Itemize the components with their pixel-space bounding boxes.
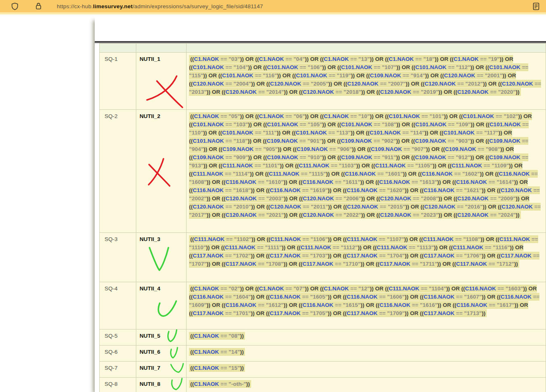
variable-token[interactable]: C101.NAOK	[267, 121, 298, 128]
variable-token[interactable]: C111.NAOK	[499, 236, 530, 242]
variable-token[interactable]: C111.NAOK	[389, 285, 419, 292]
variable-token[interactable]: C116.NAOK	[345, 171, 376, 177]
variable-token[interactable]: C120.NAOK	[501, 187, 532, 193]
variable-token[interactable]: C120.NAOK	[303, 212, 334, 218]
variable-token[interactable]: C1.NAOK	[194, 56, 219, 62]
variable-token[interactable]: C101.NAOK	[341, 121, 372, 128]
variable-token[interactable]: C101.NAOK	[443, 130, 475, 136]
variable-token[interactable]: C109.NAOK	[266, 138, 298, 144]
variable-token[interactable]: C116.NAOK	[424, 294, 455, 300]
variable-token[interactable]: C101.NAOK	[267, 64, 298, 70]
variable-token[interactable]: C120.NAOK	[444, 72, 475, 79]
variable-token[interactable]: C117.NAOK	[424, 253, 455, 259]
variable-token[interactable]: C101.NAOK	[490, 121, 521, 128]
variable-token[interactable]: C116.NAOK	[270, 187, 301, 193]
variable-token[interactable]: C111.NAOK	[225, 244, 255, 251]
variable-token[interactable]: C116.NAOK	[499, 171, 530, 177]
variable-token[interactable]: C111.NAOK	[423, 236, 453, 242]
variable-token[interactable]: C116.NAOK	[501, 294, 532, 300]
variable-token[interactable]: C111.NAOK	[375, 162, 406, 169]
variable-token[interactable]: C116.NAOK	[303, 179, 334, 185]
variable-token[interactable]: C117.NAOK	[226, 261, 257, 267]
variable-token[interactable]: C1.NAOK	[194, 333, 219, 339]
variable-token[interactable]: C117.NAOK	[193, 310, 224, 316]
variable-token[interactable]: C111.NAOK	[193, 171, 223, 177]
variable-token[interactable]: C1.NAOK	[194, 365, 219, 371]
variable-token[interactable]: C109.NAOK	[222, 146, 254, 152]
variable-token[interactable]: C111.NAOK	[194, 236, 224, 242]
variable-token[interactable]: C117.NAOK	[501, 253, 532, 259]
variable-token[interactable]: C120.NAOK	[270, 81, 301, 87]
variable-token[interactable]: C101.NAOK	[296, 72, 327, 79]
variable-token[interactable]: C109.NAOK	[489, 154, 520, 160]
variable-token[interactable]: C120.NAOK	[380, 89, 411, 95]
variable-token[interactable]: C120.NAOK	[347, 81, 378, 87]
variable-token[interactable]: C120.NAOK	[380, 212, 411, 218]
variable-token[interactable]: C117.NAOK	[303, 261, 334, 267]
variable-token[interactable]: C1.NAOK	[194, 349, 219, 355]
variable-token[interactable]: C116.NAOK	[303, 302, 334, 308]
variable-token[interactable]: C116.NAOK	[347, 187, 378, 193]
variable-token[interactable]: C120.NAOK	[502, 204, 533, 210]
variable-token[interactable]: C116.NAOK	[193, 294, 224, 300]
variable-token[interactable]: C120.NAOK	[457, 212, 489, 218]
variable-token[interactable]: C116.NAOK	[465, 285, 496, 292]
variable-token[interactable]: C109.NAOK	[371, 146, 402, 152]
variable-token[interactable]: C101.NAOK	[193, 64, 224, 70]
variable-token[interactable]: C116.NAOK	[456, 302, 487, 308]
variable-token[interactable]: C1.NAOK	[259, 113, 284, 119]
variable-token[interactable]: C117.NAOK	[347, 253, 378, 259]
variable-token[interactable]: C101.NAOK	[389, 113, 420, 119]
variable-token[interactable]: C116.NAOK	[226, 302, 257, 308]
variable-token[interactable]: C1.NAOK	[454, 56, 479, 62]
lock-icon[interactable]	[35, 2, 42, 10]
variable-token[interactable]: C120.NAOK	[424, 204, 455, 210]
variable-token[interactable]: C109.NAOK	[341, 138, 372, 144]
variable-token[interactable]: C120.NAOK	[226, 212, 257, 218]
variable-token[interactable]: C120.NAOK	[193, 204, 224, 210]
variable-token[interactable]: C117.NAOK	[270, 253, 301, 259]
variable-token[interactable]: C111.NAOK	[299, 162, 329, 169]
variable-token[interactable]: C120.NAOK	[457, 89, 489, 95]
variable-token[interactable]: C117.NAOK	[270, 310, 301, 316]
variable-token[interactable]: C111.NAOK	[270, 236, 301, 242]
variable-token[interactable]: C101.NAOK	[489, 64, 520, 70]
variable-token[interactable]: C120.NAOK	[457, 195, 489, 202]
variable-token[interactable]: C109.NAOK	[415, 138, 446, 144]
shield-icon[interactable]	[11, 2, 19, 10]
variable-token[interactable]: C120.NAOK	[425, 81, 456, 87]
variable-token[interactable]: C109.NAOK	[193, 154, 224, 160]
variable-token[interactable]: C111.NAOK	[222, 162, 253, 169]
variable-token[interactable]: C101.NAOK	[415, 121, 446, 128]
variable-token[interactable]: C111.NAOK	[377, 244, 407, 251]
variable-token[interactable]: C1.NAOK	[324, 56, 349, 62]
variable-token[interactable]: C1.NAOK	[259, 285, 284, 292]
variable-token[interactable]: C116.NAOK	[424, 187, 455, 193]
address-bar[interactable]: https://cx-hub.limesurvey.net/admin/expr…	[57, 3, 263, 9]
variable-token[interactable]: C109.NAOK	[415, 154, 446, 160]
variable-token[interactable]: C120.NAOK	[226, 195, 257, 202]
variable-token[interactable]: C1.NAOK	[194, 113, 219, 119]
variable-token[interactable]: C120.NAOK	[226, 89, 257, 95]
variable-token[interactable]: C111.NAOK	[453, 244, 483, 251]
variable-token[interactable]: C109.NAOK	[445, 146, 476, 152]
variable-token[interactable]: C116.NAOK	[193, 187, 224, 193]
variable-token[interactable]: C116.NAOK	[270, 294, 301, 300]
variable-token[interactable]: C1.NAOK	[259, 56, 284, 62]
variable-token[interactable]: C116.NAOK	[226, 179, 257, 185]
variable-token[interactable]: C101.NAOK	[415, 64, 446, 70]
variable-token[interactable]: C101.NAOK	[193, 121, 224, 128]
variable-token[interactable]: C1.NAOK	[194, 285, 219, 292]
variable-token[interactable]: C120.NAOK	[270, 204, 301, 210]
variable-token[interactable]: C101.NAOK	[222, 72, 253, 79]
variable-token[interactable]: C109.NAOK	[370, 72, 401, 79]
variable-token[interactable]: C111.NAOK	[301, 244, 331, 251]
variable-token[interactable]: C120.NAOK	[303, 195, 334, 202]
variable-token[interactable]: C116.NAOK	[379, 179, 410, 185]
variable-token[interactable]: C111.NAOK	[269, 171, 299, 177]
variable-token[interactable]: C101.NAOK	[222, 130, 253, 136]
variable-token[interactable]: C120.NAOK	[347, 204, 378, 210]
variable-token[interactable]: C116.NAOK	[422, 171, 453, 177]
variable-token[interactable]: C120.NAOK	[193, 81, 224, 87]
variable-token[interactable]: C109.NAOK	[341, 154, 372, 160]
